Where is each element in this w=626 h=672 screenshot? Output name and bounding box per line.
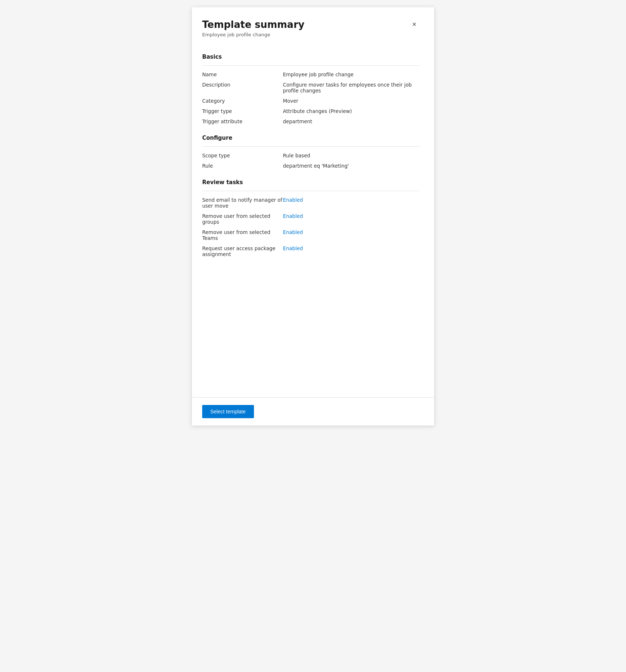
field-value-remove-groups: Enabled bbox=[283, 213, 419, 219]
configure-divider bbox=[202, 146, 419, 147]
field-value-rule: department eq 'Marketing' bbox=[283, 163, 419, 169]
content-area: Basics Name Employee job profile change … bbox=[202, 46, 419, 389]
field-label-name: Name bbox=[202, 72, 283, 77]
field-row-category: Category Mover bbox=[202, 98, 419, 104]
panel-title: Template summary bbox=[202, 19, 305, 30]
panel-header: Template summary Employee job profile ch… bbox=[202, 19, 419, 37]
field-label-description: Description bbox=[202, 82, 283, 88]
field-row-trigger-attribute: Trigger attribute department bbox=[202, 118, 419, 124]
close-icon: × bbox=[412, 20, 416, 28]
field-row-remove-groups: Remove user from selected groups Enabled bbox=[202, 213, 419, 225]
field-value-category: Mover bbox=[283, 98, 419, 104]
field-row-send-email: Send email to notify manager of user mov… bbox=[202, 197, 419, 209]
field-row-name: Name Employee job profile change bbox=[202, 72, 419, 77]
configure-heading: Configure bbox=[202, 135, 419, 141]
field-label-access-package: Request user access package assignment bbox=[202, 245, 283, 257]
field-label-category: Category bbox=[202, 98, 283, 104]
field-label-remove-teams: Remove user from selected Teams bbox=[202, 229, 283, 241]
panel-subtitle: Employee job profile change bbox=[202, 32, 305, 37]
field-row-rule: Rule department eq 'Marketing' bbox=[202, 163, 419, 169]
basics-heading: Basics bbox=[202, 54, 419, 60]
field-label-trigger-type: Trigger type bbox=[202, 108, 283, 114]
review-tasks-divider bbox=[202, 191, 419, 191]
close-button[interactable]: × bbox=[409, 19, 419, 29]
field-label-send-email: Send email to notify manager of user mov… bbox=[202, 197, 283, 209]
field-value-access-package: Enabled bbox=[283, 245, 419, 251]
field-value-trigger-type: Attribute changes (Preview) bbox=[283, 108, 419, 114]
field-value-remove-teams: Enabled bbox=[283, 229, 419, 235]
panel-title-group: Template summary Employee job profile ch… bbox=[202, 19, 305, 37]
field-value-description: Configure mover tasks for employees once… bbox=[283, 82, 419, 94]
field-row-remove-teams: Remove user from selected Teams Enabled bbox=[202, 229, 419, 241]
field-value-trigger-attribute: department bbox=[283, 118, 419, 124]
field-label-trigger-attribute: Trigger attribute bbox=[202, 118, 283, 124]
template-summary-panel: Template summary Employee job profile ch… bbox=[192, 7, 434, 426]
select-template-button[interactable]: Select template bbox=[202, 405, 254, 418]
field-value-send-email: Enabled bbox=[283, 197, 419, 203]
field-label-rule: Rule bbox=[202, 163, 283, 169]
field-row-scope-type: Scope type Rule based bbox=[202, 153, 419, 158]
field-value-scope-type: Rule based bbox=[283, 153, 419, 158]
field-label-scope-type: Scope type bbox=[202, 153, 283, 158]
basics-divider bbox=[202, 65, 419, 66]
field-label-remove-groups: Remove user from selected groups bbox=[202, 213, 283, 225]
field-row-access-package: Request user access package assignment E… bbox=[202, 245, 419, 257]
review-tasks-heading: Review tasks bbox=[202, 179, 419, 186]
select-template-label: Select template bbox=[210, 409, 246, 414]
field-row-trigger-type: Trigger type Attribute changes (Preview) bbox=[202, 108, 419, 114]
field-row-description: Description Configure mover tasks for em… bbox=[202, 82, 419, 94]
field-value-name: Employee job profile change bbox=[283, 72, 419, 77]
panel-footer: Select template bbox=[192, 397, 434, 426]
